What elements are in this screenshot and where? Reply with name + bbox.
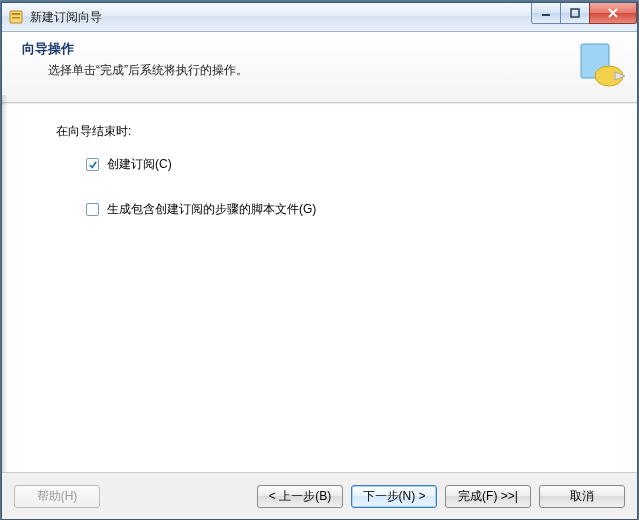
header-icon [575,40,627,92]
next-button[interactable]: 下一步(N) > [351,485,437,508]
option-create-subscription[interactable]: 创建订阅(C) [86,156,637,173]
finish-button[interactable]: 完成(F) >>| [445,485,531,508]
close-button[interactable] [589,3,637,24]
wizard-window: 新建订阅向导 向导操作 选择单击“完成”后系统将执行的操作。 在向导结束时: [1,2,638,520]
help-button[interactable]: 帮助(H) [14,485,100,508]
option-label: 生成包含创建订阅的步骤的脚本文件(G) [107,201,316,218]
header-subtitle: 选择单击“完成”后系统将执行的操作。 [48,62,623,79]
checkbox-icon[interactable] [86,158,99,171]
header-title: 向导操作 [22,40,623,58]
svg-rect-4 [571,9,579,17]
body-intro: 在向导结束时: [56,123,637,140]
titlebar[interactable]: 新建订阅向导 [2,3,637,32]
svg-rect-3 [542,14,550,16]
svg-rect-2 [12,17,20,19]
wizard-body: 在向导结束时: 创建订阅(C) 生成包含创建订阅的步骤的脚本文件(G) [2,105,637,218]
option-generate-script[interactable]: 生成包含创建订阅的步骤的脚本文件(G) [86,201,637,218]
window-title: 新建订阅向导 [30,9,102,26]
window-buttons [532,3,637,23]
svg-rect-1 [12,13,20,15]
option-label: 创建订阅(C) [107,156,172,173]
maximize-button[interactable] [560,3,590,24]
checkbox-icon[interactable] [86,203,99,216]
wizard-footer: 帮助(H) < 上一步(B) 下一步(N) > 完成(F) >>| 取消 [2,472,637,519]
left-shadow [2,95,8,473]
back-button[interactable]: < 上一步(B) [257,485,343,508]
cancel-button[interactable]: 取消 [539,485,625,508]
wizard-header: 向导操作 选择单击“完成”后系统将执行的操作。 [2,32,637,103]
app-icon [8,9,24,25]
minimize-button[interactable] [531,3,561,24]
